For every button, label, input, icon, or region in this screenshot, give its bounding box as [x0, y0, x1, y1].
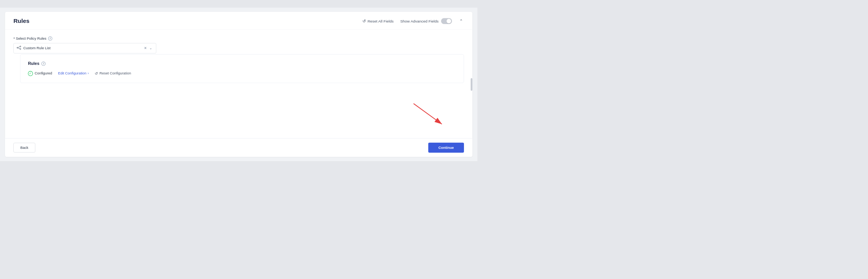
red-arrow-annotation — [409, 99, 447, 129]
svg-line-3 — [18, 47, 20, 47]
reset-config-icon: ↺ — [95, 71, 98, 76]
card-header: Rules ↺ Reset All Fields Show Advanced F… — [5, 12, 472, 30]
select-policy-rules-clear-button[interactable]: ✕ — [142, 46, 148, 51]
card-footer: Back Continue — [5, 138, 472, 157]
rules-sub-panel: Rules i ✓ Configured Edit Configuration … — [20, 54, 464, 83]
show-advanced-toggle[interactable] — [441, 18, 452, 24]
select-policy-rules-label: * Select Policy Rules i — [13, 36, 464, 40]
continue-button[interactable]: Continue — [428, 143, 464, 153]
select-policy-rules-value: Custom Rule List — [23, 46, 142, 50]
rules-configured-row: ✓ Configured Edit Configuration › ↺ Rese… — [28, 71, 456, 76]
header-actions: ↺ Reset All Fields Show Advanced Fields … — [362, 18, 464, 24]
card-body: * Select Policy Rules i — [5, 30, 472, 138]
show-advanced-wrapper: Show Advanced Fields — [400, 18, 452, 24]
svg-line-6 — [414, 103, 442, 124]
page-title: Rules — [13, 18, 29, 24]
rules-panel-title: Rules i — [28, 61, 456, 66]
scrollbar-hint — [471, 78, 472, 91]
rules-panel-help-icon[interactable]: i — [42, 61, 46, 66]
select-policy-rules-help-icon[interactable]: i — [48, 36, 52, 40]
reset-icon: ↺ — [362, 19, 366, 24]
edit-config-arrow-icon: › — [88, 72, 89, 76]
required-indicator: * Select Policy Rules — [13, 36, 46, 40]
reset-configuration-button[interactable]: ↺ Reset Configuration — [95, 71, 131, 76]
select-policy-rules-section: * Select Policy Rules i — [13, 36, 464, 83]
svg-point-1 — [20, 46, 21, 47]
svg-point-2 — [20, 48, 21, 50]
svg-point-0 — [17, 47, 18, 48]
select-policy-rules-arrow-button[interactable]: ⌄ — [148, 46, 153, 51]
configured-check-icon: ✓ — [28, 71, 33, 76]
collapse-section-button[interactable]: ⌃ — [459, 18, 464, 24]
svg-line-4 — [18, 48, 20, 49]
custom-rule-list-icon — [16, 45, 21, 51]
show-advanced-label: Show Advanced Fields — [400, 19, 438, 23]
back-button[interactable]: Back — [13, 143, 35, 152]
select-policy-rules-dropdown[interactable]: Custom Rule List ✕ ⌄ — [13, 43, 156, 53]
edit-configuration-button[interactable]: Edit Configuration › — [58, 71, 89, 76]
configured-badge: ✓ Configured — [28, 71, 52, 76]
reset-all-fields-button[interactable]: ↺ Reset All Fields — [362, 19, 394, 24]
